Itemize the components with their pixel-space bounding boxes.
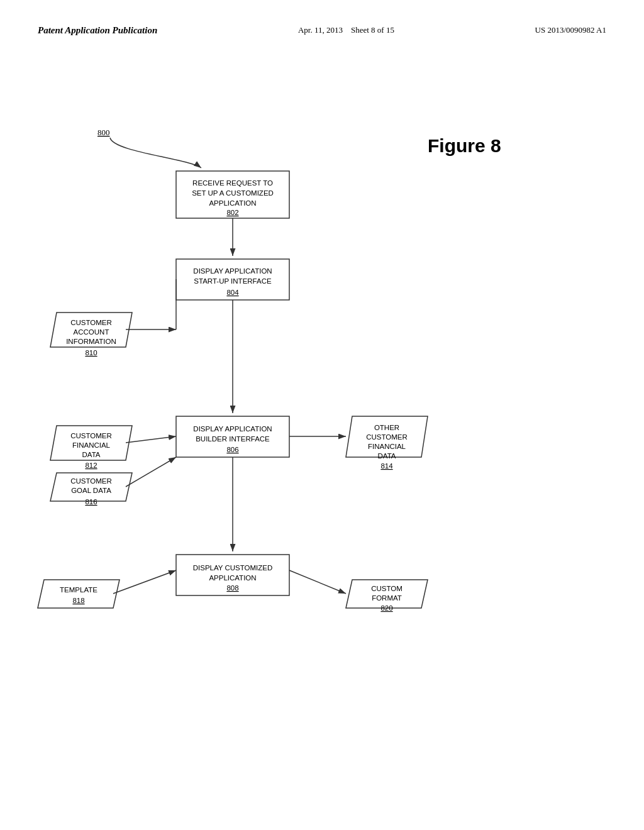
svg-text:APPLICATION: APPLICATION <box>209 574 256 582</box>
svg-text:DISPLAY CUSTOMIZED: DISPLAY CUSTOMIZED <box>193 564 273 572</box>
arrow-800 <box>110 138 201 168</box>
svg-text:CUSTOMER: CUSTOMER <box>70 319 112 326</box>
header-center: Apr. 11, 2013 Sheet 8 of 15 <box>298 25 394 35</box>
diagram-area: Figure 8 800 RECEIVE REQUEST TO SET UP A… <box>0 55 644 778</box>
svg-text:FINANCIAL: FINANCIAL <box>72 441 111 449</box>
sheet-label: Sheet 8 of 15 <box>351 25 394 35</box>
svg-text:DISPLAY APPLICATION: DISPLAY APPLICATION <box>193 267 272 275</box>
svg-text:806: 806 <box>226 446 238 453</box>
date-label: Apr. 11, 2013 <box>298 25 343 35</box>
svg-text:BUILDER INTERFACE: BUILDER INTERFACE <box>196 435 270 443</box>
svg-text:802: 802 <box>226 209 238 216</box>
svg-text:CUSTOMER: CUSTOMER <box>366 433 408 441</box>
svg-text:810: 810 <box>85 349 97 357</box>
figure-label: Figure 8 <box>428 135 501 156</box>
page-header: Patent Application Publication Apr. 11, … <box>0 0 644 48</box>
diagram-svg: Figure 8 800 RECEIVE REQUEST TO SET UP A… <box>0 55 644 778</box>
svg-text:812: 812 <box>85 462 97 469</box>
svg-text:FINANCIAL: FINANCIAL <box>368 443 406 450</box>
svg-text:INFORMATION: INFORMATION <box>66 338 116 345</box>
svg-text:SET UP A CUSTOMIZED: SET UP A CUSTOMIZED <box>192 189 274 197</box>
svg-text:ACCOUNT: ACCOUNT <box>74 328 109 336</box>
svg-text:CUSTOMER: CUSTOMER <box>70 477 112 485</box>
svg-text:CUSTOM: CUSTOM <box>371 585 402 592</box>
svg-line-31 <box>126 457 176 487</box>
svg-text:816: 816 <box>85 498 97 506</box>
svg-text:GOAL DATA: GOAL DATA <box>71 487 111 494</box>
svg-text:RECEIVE REQUEST TO: RECEIVE REQUEST TO <box>192 179 273 187</box>
svg-text:814: 814 <box>380 462 393 470</box>
svg-text:808: 808 <box>226 584 238 592</box>
svg-text:804: 804 <box>226 289 239 296</box>
svg-text:TEMPLATE: TEMPLATE <box>60 586 97 594</box>
publication-label: Patent Application Publication <box>38 25 157 36</box>
svg-text:DATA: DATA <box>82 451 101 458</box>
svg-text:APPLICATION: APPLICATION <box>209 199 256 207</box>
svg-text:820: 820 <box>380 604 392 612</box>
svg-text:START-UP INTERFACE: START-UP INTERFACE <box>194 277 272 285</box>
svg-line-27 <box>126 436 176 443</box>
ref-800: 800 <box>97 128 110 137</box>
svg-text:FORMAT: FORMAT <box>372 594 402 602</box>
patent-number: US 2013/0090982 A1 <box>535 25 606 35</box>
svg-line-44 <box>289 570 346 594</box>
svg-text:DATA: DATA <box>378 452 396 460</box>
svg-text:CUSTOMER: CUSTOMER <box>70 432 112 440</box>
svg-text:818: 818 <box>72 597 84 604</box>
svg-text:OTHER: OTHER <box>374 424 399 431</box>
svg-text:DISPLAY APPLICATION: DISPLAY APPLICATION <box>193 425 272 433</box>
svg-line-34 <box>113 570 176 594</box>
